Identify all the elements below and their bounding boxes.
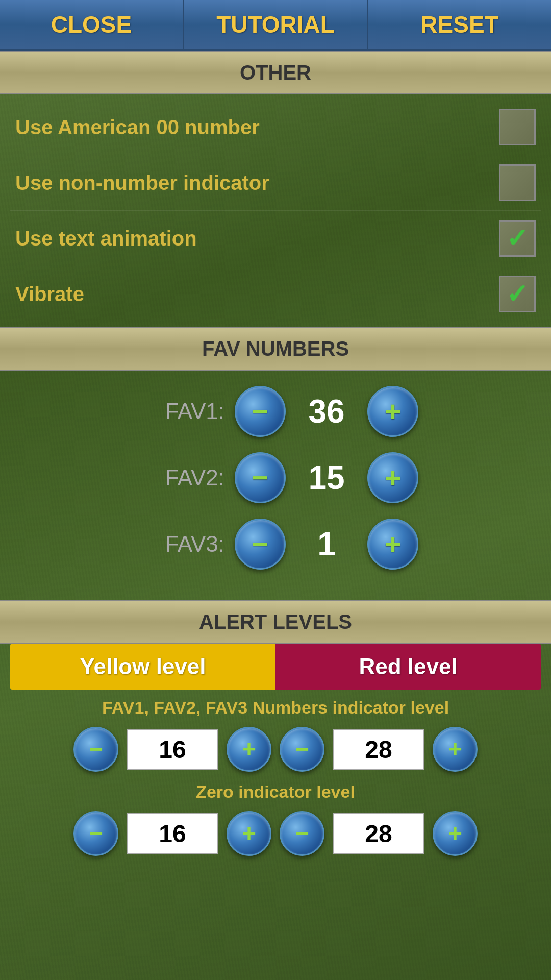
- alert-yellow-plus-button[interactable]: +: [227, 727, 271, 772]
- alert-red-minus-button[interactable]: −: [280, 727, 324, 772]
- alert-yellow-plus-icon: +: [242, 737, 256, 762]
- top-button-bar: CLOSE TUTORIAL RESET: [0, 0, 551, 51]
- alert-levels-area: Yellow level Red level FAV1, FAV2, FAV3 …: [0, 644, 551, 876]
- zero-control-row: − 16 + − 28 +: [10, 811, 541, 856]
- fav2-row: FAV2: − 15 +: [10, 452, 541, 503]
- zero-yellow-plus-button[interactable]: +: [227, 811, 271, 856]
- zero-sublabel: Zero indicator level: [10, 782, 541, 802]
- setting-label-textanimation: Use text animation: [15, 227, 499, 250]
- zero-red-minus-button[interactable]: −: [280, 811, 324, 856]
- zero-red-value: 28: [333, 813, 424, 854]
- setting-row-american00: Use American 00 number: [10, 100, 541, 155]
- fav3-plus-button[interactable]: +: [367, 519, 418, 570]
- alert-red-value: 28: [333, 729, 424, 770]
- fav2-plus-icon: +: [385, 463, 402, 492]
- settings-area: Use American 00 number Use non-number in…: [0, 94, 551, 327]
- fav2-minus-icon: −: [252, 463, 269, 492]
- setting-label-nonnumber: Use non-number indicator: [15, 172, 499, 194]
- alert-control-row: − 16 + − 28 +: [10, 727, 541, 772]
- setting-row-vibrate: Vibrate ✓: [10, 266, 541, 322]
- checkbox-nonnumber[interactable]: [499, 164, 536, 201]
- red-level-bar: Red level: [276, 644, 541, 690]
- alert-yellow-minus-button[interactable]: −: [73, 727, 118, 772]
- alert-red-plus-icon: +: [448, 737, 462, 762]
- zero-yellow-minus-icon: −: [89, 821, 103, 846]
- alert-levels-section-header: ALERT LEVELS: [0, 600, 551, 644]
- fav1-plus-button[interactable]: +: [367, 386, 418, 437]
- checkbox-american00[interactable]: [499, 109, 536, 145]
- fav-numbers-section-header: FAV NUMBERS: [0, 327, 551, 371]
- fav3-minus-button[interactable]: −: [235, 519, 286, 570]
- setting-row-textanimation: Use text animation ✓: [10, 211, 541, 266]
- alert-red-plus-button[interactable]: +: [433, 727, 478, 772]
- fav2-value: 15: [296, 459, 357, 497]
- fav2-plus-button[interactable]: +: [367, 452, 418, 503]
- fav1-row: FAV1: − 36 +: [10, 386, 541, 437]
- fav3-value: 1: [296, 525, 357, 563]
- checkmark-vibrate: ✓: [506, 281, 529, 307]
- fav1-minus-icon: −: [252, 397, 269, 426]
- zero-red-plus-button[interactable]: +: [433, 811, 478, 856]
- alert-yellow-value: 16: [127, 729, 218, 770]
- fav2-label: FAV2:: [133, 465, 224, 491]
- fav3-plus-icon: +: [385, 530, 402, 558]
- zero-yellow-minus-button[interactable]: −: [73, 811, 118, 856]
- checkmark-textanimation: ✓: [506, 225, 529, 252]
- zero-yellow-plus-icon: +: [242, 821, 256, 846]
- checkbox-textanimation[interactable]: ✓: [499, 220, 536, 257]
- yellow-level-bar: Yellow level: [10, 644, 276, 690]
- alert-red-minus-icon: −: [295, 737, 309, 762]
- alert-bar: Yellow level Red level: [10, 644, 541, 690]
- close-button[interactable]: CLOSE: [0, 0, 184, 49]
- fav-numbers-area: FAV1: − 36 + FAV2: − 15 + FAV3: −: [0, 371, 551, 600]
- reset-button[interactable]: RESET: [368, 0, 551, 49]
- fav1-minus-button[interactable]: −: [235, 386, 286, 437]
- setting-label-american00: Use American 00 number: [15, 116, 499, 139]
- fav2-minus-button[interactable]: −: [235, 452, 286, 503]
- fav1-plus-icon: +: [385, 397, 402, 426]
- fav1-label: FAV1:: [133, 399, 224, 424]
- other-section-header: OTHER: [0, 51, 551, 94]
- alert-sublabel: FAV1, FAV2, FAV3 Numbers indicator level: [10, 698, 541, 718]
- fav1-value: 36: [296, 393, 357, 430]
- zero-yellow-value: 16: [127, 813, 218, 854]
- setting-label-vibrate: Vibrate: [15, 283, 499, 306]
- alert-yellow-minus-icon: −: [89, 737, 103, 762]
- tutorial-button[interactable]: TUTORIAL: [184, 0, 368, 49]
- fav3-row: FAV3: − 1 +: [10, 519, 541, 570]
- fav3-minus-icon: −: [252, 530, 269, 558]
- zero-red-plus-icon: +: [448, 821, 462, 846]
- checkbox-vibrate[interactable]: ✓: [499, 276, 536, 312]
- fav3-label: FAV3:: [133, 531, 224, 557]
- zero-red-minus-icon: −: [295, 821, 309, 846]
- setting-row-nonnumber: Use non-number indicator: [10, 155, 541, 211]
